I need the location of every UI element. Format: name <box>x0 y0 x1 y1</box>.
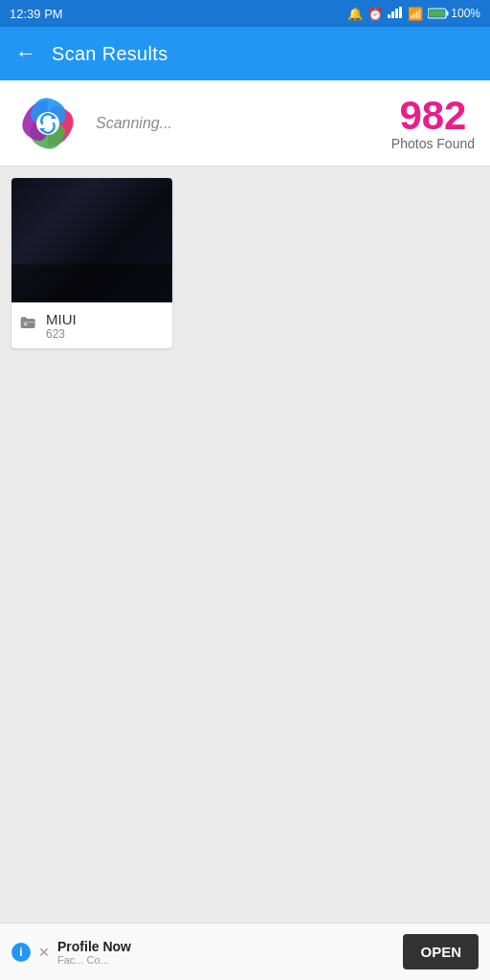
battery-icon: 100% <box>428 7 480 20</box>
signal-icon <box>388 7 403 21</box>
svg-rect-11 <box>23 322 34 323</box>
svg-point-12 <box>24 323 27 325</box>
photos-count-number: 982 <box>391 96 475 136</box>
ad-subtitle: Fac... Co... <box>57 954 395 966</box>
album-info: MIUI 623 <box>11 302 172 348</box>
content-area: MIUI 623 <box>0 167 490 923</box>
ad-title: Profile Now <box>57 939 395 954</box>
album-details: MIUI 623 <box>46 311 77 341</box>
svg-rect-1 <box>391 11 394 18</box>
ad-info-icon: i <box>11 943 31 962</box>
ad-banner: i ✕ Profile Now Fac... Co... OPEN <box>0 923 490 980</box>
status-bar-right: 🔔 ⏰ 📶 100% <box>347 7 480 21</box>
album-thumbnail <box>11 178 172 302</box>
svg-rect-2 <box>395 9 398 18</box>
svg-rect-0 <box>388 14 390 18</box>
svg-rect-3 <box>399 7 402 18</box>
app-bar: ← Scan Results <box>0 27 490 80</box>
back-button[interactable]: ← <box>15 41 36 66</box>
photos-count-label: Photos Found <box>391 136 475 151</box>
alarm-icon: ⏰ <box>368 7 383 21</box>
album-name: MIUI <box>46 311 77 327</box>
scan-header: Scanning... 982 Photos Found <box>0 80 490 167</box>
app-bar-title: Scan Results <box>52 43 167 65</box>
status-bar: 12:39 PM 🔔 ⏰ 📶 100% <box>0 0 490 27</box>
album-folder-icon <box>19 314 38 338</box>
album-count: 623 <box>46 327 77 341</box>
ad-fac-label: Fac... <box>57 954 84 966</box>
album-card[interactable]: MIUI 623 <box>11 178 172 348</box>
status-bar-left: 12:39 PM <box>10 7 63 21</box>
ad-open-button[interactable]: OPEN <box>403 934 479 969</box>
photos-count-block: 982 Photos Found <box>391 96 475 151</box>
svg-rect-6 <box>430 11 445 17</box>
ad-co-label: Co... <box>87 954 109 966</box>
app-logo <box>15 91 80 156</box>
ad-close-icon[interactable]: ✕ <box>38 945 50 960</box>
scan-status-text: Scanning... <box>96 115 376 132</box>
time-display: 12:39 PM <box>10 7 63 21</box>
svg-rect-5 <box>447 11 449 16</box>
ad-text-block: Profile Now Fac... Co... <box>57 939 395 966</box>
notification-icon: 🔔 <box>347 7 363 21</box>
svg-point-8 <box>36 112 59 135</box>
wifi-icon: 📶 <box>408 7 423 21</box>
album-thumbnail-image <box>11 178 172 302</box>
